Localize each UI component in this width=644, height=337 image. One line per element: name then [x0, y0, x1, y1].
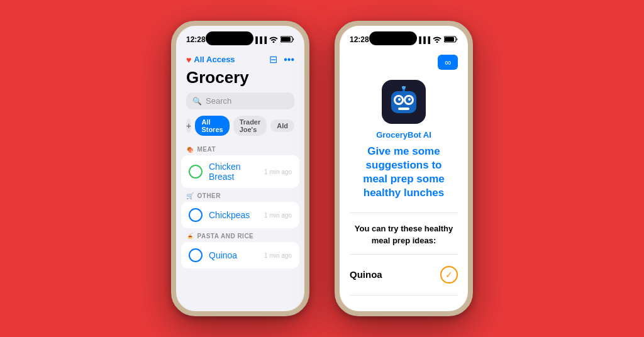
svg-point-10 [408, 98, 411, 101]
item-time-quinoa: 1 min ago [264, 252, 292, 259]
partial-item-area [340, 301, 468, 311]
section-pasta-label: PASTA AND RICE [197, 233, 254, 240]
svg-rect-11 [398, 108, 409, 110]
all-access-label: All Access [194, 55, 235, 64]
search-bar[interactable]: 🔍 Search [186, 92, 294, 109]
bot-face-svg [388, 86, 419, 118]
signal-icon-2: ▐▐▐ [417, 36, 430, 43]
item-name-chickpeas: Chickpeas [209, 210, 258, 220]
section-pasta: 🍝 PASTA AND RICE [176, 229, 304, 242]
item-checkbox-chicken[interactable] [189, 165, 203, 179]
divider-2 [350, 254, 458, 255]
page-title: Grocery [176, 68, 304, 92]
battery-icon [280, 36, 294, 44]
status-time-2: 12:28 [350, 35, 369, 44]
store-filters: + All Stores Trader Joe's Ald [176, 116, 304, 142]
filter-all-stores[interactable]: All Stores [195, 116, 229, 136]
phone-frame-1: 12:28 ▐▐▐ ♥ All Access [171, 21, 309, 316]
meat-icon: 🍖 [186, 146, 194, 153]
dynamic-island-1 [206, 31, 253, 45]
divider-3 [350, 295, 458, 296]
bot-list-item[interactable]: Quinoa ✓ [340, 260, 468, 290]
pasta-icon: 🍝 [186, 233, 194, 240]
grocery-screen: 12:28 ▐▐▐ ♥ All Access [176, 26, 304, 311]
bot-item-quinoa: Quinoa [350, 269, 382, 280]
bot-logo [382, 80, 426, 124]
bot-answer: You can try these healthy meal prep idea… [340, 218, 468, 248]
search-placeholder: Search [206, 96, 231, 106]
section-other-label: OTHER [197, 192, 221, 199]
bot-logo-area: GroceryBot AI Give me some suggestions t… [340, 75, 468, 207]
nav-icons: ⊟ ••• [269, 53, 294, 65]
item-name-chicken: Chicken Breast [209, 162, 258, 182]
list-item[interactable]: Quinoa 1 min ago [181, 242, 299, 268]
heart-icon: ♥ [186, 55, 191, 65]
dynamic-island-2 [369, 31, 417, 45]
item-name-quinoa: Quinoa [209, 250, 258, 260]
svg-point-9 [398, 98, 401, 101]
cart-icon: 🛒 [186, 192, 194, 199]
filter-aldi[interactable]: Ald [270, 119, 294, 132]
bot-screen: 12:28 ▐▐▐ ∞ [340, 26, 468, 311]
bot-toggle-button[interactable]: ∞ [438, 55, 458, 70]
svg-point-13 [402, 86, 406, 89]
bot-name: GroceryBot AI [376, 130, 431, 140]
search-icon: 🔍 [192, 97, 202, 106]
bot-list-item-partial [340, 301, 468, 311]
battery-icon-2 [444, 36, 458, 44]
item-checkbox-quinoa[interactable] [189, 248, 203, 262]
list-item[interactable]: Chickpeas 1 min ago [181, 202, 299, 228]
bot-question: Give me some suggestions to meal prep so… [350, 145, 458, 200]
phone-2: 12:28 ▐▐▐ ∞ [335, 21, 473, 316]
filter-trader-joes[interactable]: Trader Joe's [233, 116, 267, 136]
bot-header: ∞ [340, 48, 468, 75]
status-bar-1: 12:28 ▐▐▐ [176, 26, 304, 48]
infinity-icon: ∞ [445, 57, 451, 67]
status-icons-1: ▐▐▐ [253, 36, 294, 44]
item-time-chickpeas: 1 min ago [264, 212, 292, 219]
add-store-button[interactable]: + [186, 118, 191, 133]
status-time-1: 12:28 [186, 35, 206, 44]
check-circle-quinoa[interactable]: ✓ [440, 266, 458, 284]
status-bar-2: 12:28 ▐▐▐ [340, 26, 468, 48]
item-checkbox-chickpeas[interactable] [189, 208, 203, 222]
all-access-button[interactable]: ♥ All Access [186, 55, 235, 65]
phone-1: 12:28 ▐▐▐ ♥ All Access [171, 21, 309, 316]
list-item[interactable]: Chicken Breast 1 min ago [181, 155, 299, 188]
section-other: 🛒 OTHER [176, 189, 304, 202]
svg-rect-1 [281, 37, 291, 41]
wifi-icon-2 [433, 36, 441, 44]
svg-rect-3 [445, 37, 454, 41]
filter-icon[interactable]: ⊟ [269, 53, 277, 65]
divider-1 [350, 213, 458, 213]
phone-frame-2: 12:28 ▐▐▐ ∞ [335, 21, 473, 316]
more-icon[interactable]: ••• [284, 54, 294, 65]
grocery-nav: ♥ All Access ⊟ ••• [176, 48, 304, 68]
wifi-icon [269, 36, 278, 44]
checkmark-icon: ✓ [445, 270, 453, 280]
signal-icon: ▐▐▐ [253, 36, 267, 43]
section-meat: 🍖 MEAT [176, 142, 304, 155]
section-meat-label: MEAT [197, 146, 216, 153]
status-icons-2: ▐▐▐ [417, 36, 458, 44]
item-time-chicken: 1 min ago [264, 168, 292, 175]
